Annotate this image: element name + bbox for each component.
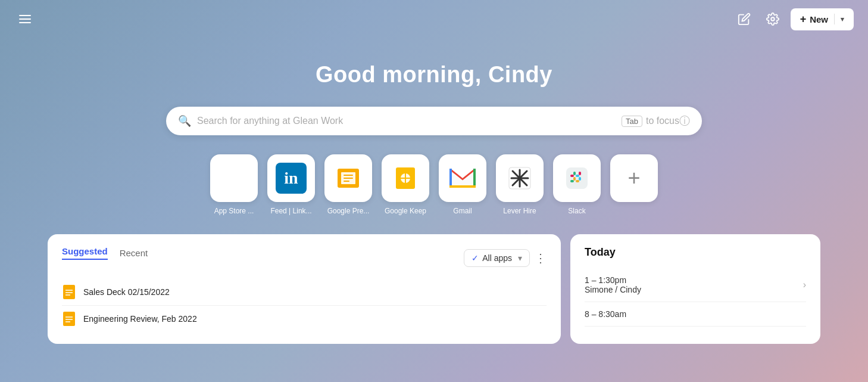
- doc-icon-2: [62, 312, 76, 326]
- app-icon-keep: [382, 154, 429, 202]
- app-icon-linkedin: in: [267, 154, 315, 202]
- btn-divider: [834, 14, 835, 24]
- slides-doc-icon-2: [63, 312, 75, 326]
- app-label-gmail: Gmail: [453, 207, 472, 215]
- gmail-icon: [449, 169, 476, 188]
- svg-rect-14: [473, 169, 476, 187]
- app-icon-gmail: [439, 154, 486, 202]
- svg-rect-4: [344, 178, 353, 179]
- list-item[interactable]: Sales Deck 02/15/2022: [62, 279, 547, 306]
- svg-rect-23: [576, 175, 579, 177]
- app-item-keep[interactable]: Google Keep: [382, 154, 429, 215]
- lever-icon: [507, 165, 533, 191]
- app-item-gmail[interactable]: Gmail: [439, 154, 486, 215]
- event-details-2: 8 – 8:30am: [585, 309, 626, 319]
- app-item-lever[interactable]: Lever Hire: [496, 154, 544, 215]
- chevron-down-icon: ▾: [841, 15, 844, 23]
- event-time-1: 1 – 1:30pm: [585, 275, 641, 285]
- svg-rect-21: [566, 167, 588, 189]
- edit-button[interactable]: [733, 8, 755, 30]
- app-label-appstore: App Store ...: [214, 207, 254, 215]
- more-options-button[interactable]: ⋮: [535, 251, 547, 265]
- tab-controls: ✓ All apps ▾ ⋮: [464, 249, 547, 267]
- app-item-appstore[interactable]: App Store ...: [210, 154, 258, 215]
- svg-rect-27: [579, 177, 581, 181]
- chevron-right-icon: ›: [803, 279, 806, 290]
- svg-rect-3: [344, 175, 353, 176]
- tabs-row: Suggested Recent ✓ All apps ▾ ⋮: [62, 246, 547, 269]
- new-button-label: New: [810, 14, 828, 24]
- app-label-slack: Slack: [568, 207, 585, 215]
- all-apps-button[interactable]: ✓ All apps ▾: [464, 249, 530, 267]
- app-label-add: [633, 207, 635, 215]
- app-icon-appstore: [210, 154, 258, 202]
- event-time-2: 8 – 8:30am: [585, 309, 626, 319]
- app-item-slack[interactable]: Slack: [553, 154, 601, 215]
- svg-point-0: [771, 17, 775, 21]
- event-item-1[interactable]: 1 – 1:30pm Simone / Cindy ›: [585, 268, 806, 302]
- app-icon-slack: [553, 154, 601, 202]
- main-content: Good morning, Cindy 🔍 Search for anythin…: [0, 38, 868, 344]
- app-label-lever: Lever Hire: [503, 207, 536, 215]
- tabs: Suggested Recent: [62, 246, 148, 260]
- bottom-panels: Suggested Recent ✓ All apps ▾ ⋮: [0, 234, 868, 344]
- info-icon: ⓘ: [679, 114, 690, 128]
- all-apps-label: All apps: [482, 253, 512, 263]
- tab-recent[interactable]: Recent: [120, 248, 148, 258]
- event-details: 1 – 1:30pm Simone / Cindy: [585, 275, 641, 294]
- slack-icon: [564, 165, 590, 191]
- svg-rect-26: [579, 172, 581, 175]
- app-label-slides: Google Pre...: [327, 207, 370, 215]
- menu-button[interactable]: [14, 10, 36, 28]
- dropdown-icon: ▾: [518, 253, 522, 263]
- settings-button[interactable]: [762, 8, 783, 30]
- app-icon-slides: [324, 154, 372, 202]
- search-icon: 🔍: [178, 114, 191, 128]
- app-label-linkedin: Feed | Link...: [270, 207, 311, 215]
- svg-rect-15: [449, 185, 476, 188]
- svg-rect-13: [449, 169, 452, 187]
- tab-suggested[interactable]: Suggested: [62, 246, 108, 260]
- svg-rect-29: [576, 180, 579, 182]
- check-icon: ✓: [472, 253, 479, 263]
- list-item-title-1: Sales Deck 02/15/2022: [83, 287, 170, 297]
- edit-icon: [738, 13, 751, 26]
- svg-rect-25: [573, 177, 576, 181]
- topnav: + New ▾: [0, 0, 868, 38]
- search-placeholder: Search for anything at Glean Work: [197, 116, 618, 126]
- today-panel: Today 1 – 1:30pm Simone / Cindy › 8 – 8:…: [570, 234, 820, 344]
- svg-rect-22: [570, 175, 574, 177]
- doc-icon-1: [62, 285, 76, 299]
- svg-rect-5: [344, 181, 349, 182]
- focus-text: to focus: [646, 116, 679, 126]
- event-item-2: 8 – 8:30am: [585, 302, 806, 327]
- tab-badge: Tab: [622, 116, 642, 127]
- app-icon-add: +: [610, 154, 658, 202]
- topnav-left: [14, 10, 36, 28]
- settings-icon: [766, 13, 779, 26]
- topnav-right: + New ▾: [733, 8, 854, 30]
- new-button[interactable]: + New ▾: [791, 8, 854, 30]
- slides-icon: [335, 165, 361, 191]
- linkedin-logo: in: [284, 169, 298, 188]
- app-icon-lever: [496, 154, 544, 202]
- suggested-panel: Suggested Recent ✓ All apps ▾ ⋮: [48, 234, 561, 344]
- list-item-title-2: Engineering Review, Feb 2022: [83, 314, 197, 324]
- greeting-text: Good morning, Cindy: [316, 62, 552, 88]
- app-grid: App Store ... in Feed | Link...: [210, 154, 658, 215]
- event-title-1: Simone / Cindy: [585, 285, 641, 294]
- add-icon: +: [627, 166, 640, 191]
- today-title: Today: [585, 246, 806, 259]
- app-label-keep: Google Keep: [385, 207, 426, 215]
- slides-doc-icon: [63, 285, 75, 299]
- svg-rect-28: [570, 180, 574, 182]
- list-item[interactable]: Engineering Review, Feb 2022: [62, 306, 547, 332]
- app-item-add[interactable]: +: [610, 154, 658, 215]
- search-bar[interactable]: 🔍 Search for anything at Glean Work Tab …: [166, 107, 702, 135]
- svg-rect-34: [63, 312, 75, 326]
- app-item-slides[interactable]: Google Pre...: [324, 154, 372, 215]
- app-item-linkedin[interactable]: in Feed | Link...: [267, 154, 315, 215]
- svg-rect-30: [63, 285, 75, 299]
- svg-rect-24: [573, 172, 576, 175]
- plus-icon: +: [800, 13, 807, 26]
